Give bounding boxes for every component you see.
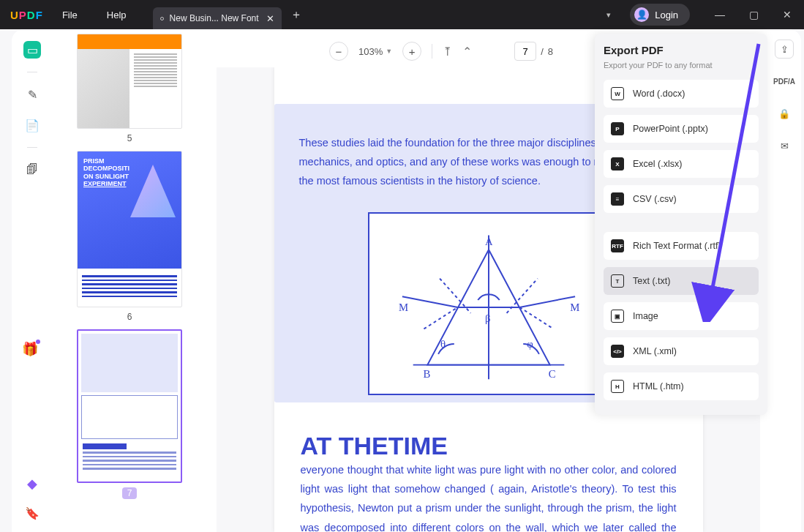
- export-option-html[interactable]: HHTML (.htm): [604, 372, 759, 400]
- xml-file-icon: </>: [611, 345, 624, 358]
- excel-file-icon: X: [611, 157, 624, 171]
- window-maximize-icon[interactable]: ▢: [737, 0, 770, 29]
- svg-text:A: A: [485, 236, 493, 248]
- svg-line-9: [506, 279, 537, 313]
- page-indicator: / 8: [514, 42, 553, 61]
- organize-tool-icon[interactable]: 🗐: [23, 161, 41, 179]
- thumbnail-7[interactable]: 7: [53, 329, 206, 499]
- separator: [27, 147, 37, 148]
- html-file-icon: H: [611, 380, 624, 393]
- csv-file-icon: ≡: [611, 192, 624, 206]
- title-bar: UPDF File Help New Busin... New Font ✕ ＋…: [0, 0, 804, 29]
- image-file-icon: ▣: [611, 310, 624, 323]
- opt-label: Word (.docx): [633, 89, 685, 99]
- opt-label: Rich Text Format (.rtf): [633, 241, 721, 251]
- thumbnail-5[interactable]: 5: [53, 34, 206, 143]
- svg-text:B: B: [423, 369, 430, 381]
- thumbnail-number: 6: [127, 312, 132, 322]
- word-file-icon: W: [611, 87, 624, 100]
- mail-icon[interactable]: ✉: [775, 136, 794, 155]
- thumbnail-6[interactable]: PRISMDECOMPOSITION SUNLIGHTEXPERIMENT 6: [53, 151, 206, 322]
- page-input[interactable]: [514, 42, 536, 61]
- highlight-tool-icon[interactable]: ✎: [23, 86, 41, 103]
- opt-label: CSV (.csv): [633, 194, 677, 204]
- export-icon[interactable]: ⇪: [775, 40, 794, 59]
- separator: [27, 72, 37, 72]
- reader-mode-icon[interactable]: ▭: [23, 41, 41, 59]
- window-close-icon[interactable]: ✕: [770, 0, 804, 29]
- thumbnail-number: 5: [127, 133, 132, 143]
- export-option-txt[interactable]: TText (.txt): [604, 267, 759, 295]
- svg-text:φ: φ: [527, 338, 533, 350]
- thumbnail-panel: 5 PRISMDECOMPOSITION SUNLIGHTEXPERIMENT …: [53, 34, 206, 532]
- export-option-word[interactable]: WWord (.docx): [604, 80, 759, 108]
- gift-icon[interactable]: 🎁: [22, 341, 38, 357]
- opt-label: XML (.xml): [633, 346, 677, 356]
- prev-page-icon[interactable]: ⌃: [462, 45, 472, 59]
- svg-text:M: M: [570, 301, 579, 313]
- ppt-file-icon: P: [611, 122, 624, 135]
- svg-line-4: [519, 296, 575, 307]
- menu-help[interactable]: Help: [107, 10, 127, 20]
- export-option-xml[interactable]: </>XML (.xml): [604, 337, 759, 365]
- export-option-ppt[interactable]: PPowerPoint (.pptx): [604, 115, 759, 143]
- zoom-in-icon[interactable]: +: [402, 42, 421, 61]
- window-minimize-icon[interactable]: —: [703, 0, 737, 29]
- document-tab[interactable]: New Busin... New Font ✕: [153, 7, 282, 29]
- opt-label: PowerPoint (.pptx): [633, 124, 708, 134]
- left-toolbar: ▭ ✎ 📄 🗐 🎁 ◆ 🔖: [12, 29, 53, 532]
- svg-text:C: C: [548, 369, 555, 381]
- svg-text:β: β: [485, 312, 491, 324]
- tab-title: New Busin... New Font: [170, 13, 259, 23]
- svg-text:M: M: [399, 301, 408, 313]
- app-logo: UPDF: [10, 9, 43, 21]
- export-option-csv[interactable]: ≡CSV (.csv): [604, 185, 759, 213]
- panel-subtitle: Export your PDF to any format: [604, 61, 759, 70]
- page-heading: AT THETIME: [301, 432, 448, 460]
- rtf-file-icon: RTF: [611, 239, 624, 252]
- opt-label: Excel (.xlsx): [633, 159, 682, 169]
- page-total: 8: [548, 46, 553, 57]
- layers-icon[interactable]: ◆: [27, 476, 37, 492]
- opt-label: HTML (.htm): [633, 381, 684, 391]
- export-option-image[interactable]: ▣Image: [604, 302, 759, 330]
- app-frame: ▭ ✎ 📄 🗐 🎁 ◆ 🔖 5: [12, 29, 801, 532]
- svg-text:θ: θ: [440, 338, 446, 350]
- page-sep: /: [541, 46, 544, 57]
- body-text: everyone thought that white light was pu…: [274, 460, 703, 532]
- opt-label: Image: [633, 311, 658, 321]
- right-toolbar: ⇪ PDF/A 🔒 ✉: [767, 29, 801, 532]
- export-option-excel[interactable]: XExcel (.xlsx): [604, 150, 759, 178]
- menu-file[interactable]: File: [62, 10, 78, 20]
- avatar-icon: 👤: [634, 7, 649, 22]
- prism-diagram: A B C M M β θ φ: [368, 212, 609, 395]
- separator: [432, 44, 432, 59]
- zoom-level[interactable]: 103%: [358, 46, 383, 57]
- tabs-dropdown-icon[interactable]: ▾: [599, 6, 618, 24]
- txt-file-icon: T: [611, 274, 624, 288]
- pdfa-icon[interactable]: PDF/A: [775, 72, 794, 91]
- first-page-icon[interactable]: ⤒: [443, 45, 452, 59]
- export-panel: Export PDF Export your PDF to any format…: [595, 34, 767, 415]
- opt-label: Text (.txt): [633, 276, 670, 286]
- bookmark-icon[interactable]: 🔖: [25, 506, 40, 520]
- zoom-dropdown-icon[interactable]: ▼: [386, 48, 392, 55]
- zoom-out-icon[interactable]: −: [329, 42, 348, 61]
- tab-close-icon[interactable]: ✕: [266, 13, 274, 24]
- tab-indicator-icon: [160, 17, 164, 20]
- edit-tool-icon[interactable]: 📄: [23, 116, 41, 134]
- secure-icon[interactable]: 🔒: [775, 104, 794, 123]
- thumbnail-number: 7: [122, 487, 138, 499]
- new-tab-button[interactable]: ＋: [286, 4, 307, 25]
- login-button[interactable]: 👤 Login: [630, 4, 690, 26]
- svg-line-3: [402, 296, 457, 307]
- panel-title: Export PDF: [604, 44, 759, 56]
- login-label: Login: [655, 10, 678, 20]
- export-option-rtf[interactable]: RTFRich Text Format (.rtf): [604, 232, 759, 260]
